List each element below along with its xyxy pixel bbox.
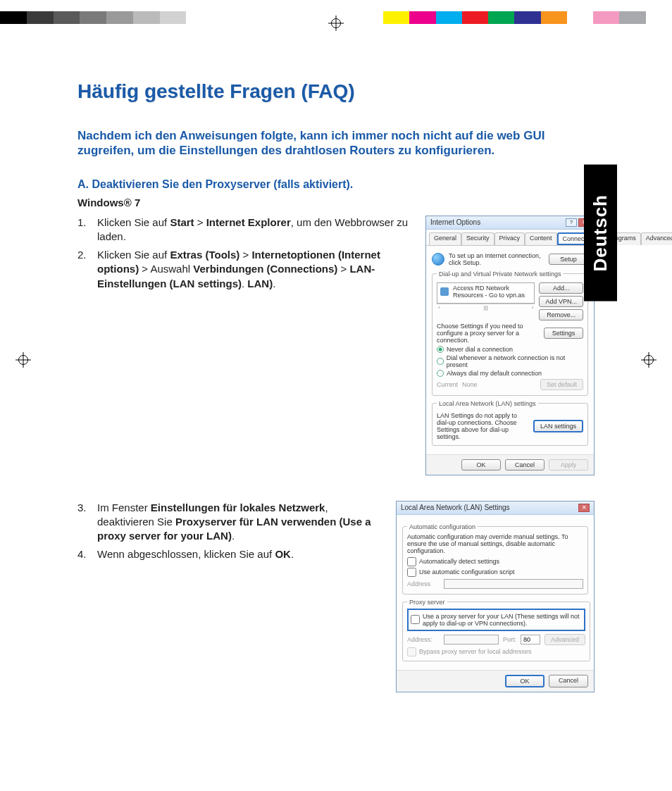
choose-settings-text: Choose Settings if you need to configure…: [437, 323, 540, 344]
script-address-label: Address: [407, 580, 440, 587]
calib-swatch: [186, 11, 213, 24]
steps-list-upper: 1.Klicken Sie auf Start > Internet Explo…: [77, 216, 417, 291]
connection-listbox[interactable]: Access RD Network Resources - Go to vpn.…: [437, 282, 535, 304]
calib-swatch: [106, 11, 133, 24]
calib-swatch: [80, 11, 106, 24]
step-item: 2.Klicken Sie auf Extras (Tools) > Inter…: [77, 248, 417, 291]
ok-button[interactable]: OK: [505, 675, 545, 687]
language-tab: Deutsch: [584, 165, 617, 301]
calib-swatch: [646, 11, 672, 24]
tab-advanced[interactable]: Advanced: [641, 232, 672, 245]
calib-swatch: [514, 11, 540, 24]
settings-button[interactable]: Settings: [544, 328, 583, 339]
os-label: Windows® 7: [77, 197, 595, 208]
proxy-address-input: [444, 635, 499, 644]
radio-never-dial[interactable]: Never dial a connection: [437, 346, 583, 353]
tab-content[interactable]: Content: [525, 232, 557, 245]
cancel-button[interactable]: Cancel: [549, 675, 588, 687]
calib-swatch: [541, 11, 567, 24]
step-number: 3.: [77, 501, 97, 544]
calib-swatch: [619, 11, 645, 24]
calib-swatch: [567, 11, 593, 24]
lower-row: 3.Im Fenster Einstellungen für lokales N…: [77, 501, 595, 692]
section-a-heading: A. Deaktivieren Sie den Proxyserver (fal…: [77, 178, 595, 191]
auto-script-checkbox[interactable]: Use automatic configuration script: [407, 568, 583, 577]
calib-swatch: [213, 11, 239, 24]
proxy-address-label: Address:: [407, 636, 440, 643]
step-text: Klicken Sie auf Extras (Tools) > Interne…: [97, 248, 417, 291]
tab-privacy[interactable]: Privacy: [494, 232, 525, 245]
calib-swatch: [383, 11, 409, 24]
script-address-input: [444, 579, 583, 589]
step-text: Klicken Sie auf Start > Internet Explore…: [97, 216, 417, 244]
add-vpn-button[interactable]: Add VPN...: [539, 296, 583, 307]
radio-always-dial[interactable]: Always dial my default connection: [437, 370, 583, 377]
lan-settings-dialog: Local Area Network (LAN) Settings ✕ Auto…: [396, 501, 595, 692]
calib-swatch: [0, 11, 27, 24]
calib-swatch: [133, 11, 160, 24]
step-number: 4.: [77, 547, 97, 561]
step-text: Im Fenster Einstellungen für lokales Net…: [97, 501, 387, 544]
calib-swatch: [436, 11, 462, 24]
calib-swatch: [160, 11, 187, 24]
cancel-button[interactable]: Cancel: [505, 459, 545, 471]
calib-swatch: [462, 11, 488, 24]
step-item: 1.Klicken Sie auf Start > Internet Explo…: [77, 216, 417, 244]
dialup-legend: Dial-up and Virtual Private Network sett…: [437, 270, 563, 278]
tab-general[interactable]: General: [429, 232, 461, 245]
calib-swatch: [409, 11, 435, 24]
page-content: Deutsch Häufig gestellte Fragen (FAQ) Na…: [0, 24, 672, 791]
setup-button[interactable]: Setup: [549, 254, 588, 265]
tab-security[interactable]: Security: [461, 232, 494, 245]
auto-config-text: Automatic configuration may override man…: [407, 533, 583, 554]
calib-swatch: [488, 11, 514, 24]
bypass-local-checkbox: Bypass proxy server for local addresses: [407, 647, 585, 656]
auto-config-legend: Automatic configuration: [407, 523, 478, 530]
close-icon[interactable]: ✕: [578, 504, 590, 512]
faq-question: Nachdem ich den Anweisungen folgte, kann…: [77, 128, 595, 158]
help-button[interactable]: ?: [566, 218, 577, 227]
step-item: 4.Wenn abgeschlossen, klicken Sie auf OK…: [77, 547, 387, 561]
internet-options-dialog: Internet Options ? ✕ GeneralSecurityPriv…: [425, 216, 595, 475]
proxy-port-label: Port:: [503, 636, 516, 643]
page-title: Häufig gestellte Fragen (FAQ): [77, 80, 595, 103]
list-item: Access RD Network Resources - Go to vpn.…: [453, 285, 531, 299]
current-label: Current: [437, 381, 458, 388]
calib-swatch: [54, 11, 80, 24]
ok-button[interactable]: OK: [461, 459, 501, 471]
step-text: Wenn abgeschlossen, klicken Sie auf OK.: [97, 547, 387, 561]
add-button[interactable]: Add...: [539, 282, 583, 294]
lan-text: LAN Settings do not apply to dial-up con…: [437, 412, 529, 440]
steps-list-lower: 3.Im Fenster Einstellungen für lokales N…: [77, 501, 387, 562]
auto-detect-checkbox[interactable]: Automatically detect settings: [407, 557, 583, 566]
step-number: 2.: [77, 248, 97, 291]
current-value: None: [462, 381, 536, 388]
lan-settings-button[interactable]: LAN settings: [533, 420, 583, 432]
use-proxy-checkbox[interactable]: Use a proxy server for your LAN (These s…: [411, 613, 582, 627]
remove-button[interactable]: Remove...: [539, 309, 583, 320]
upper-row: 1.Klicken Sie auf Start > Internet Explo…: [77, 216, 595, 475]
radio-dial-when-absent[interactable]: Dial whenever a network connection is no…: [437, 354, 583, 368]
dialog-title: Local Area Network (LAN) Settings: [401, 504, 510, 511]
globe-icon: [432, 253, 444, 266]
proxy-legend: Proxy server: [407, 599, 447, 606]
step-item: 3.Im Fenster Einstellungen für lokales N…: [77, 501, 387, 544]
calib-swatch: [27, 11, 54, 24]
apply-button: Apply: [549, 459, 588, 471]
calib-swatch: [593, 11, 619, 24]
setup-text: To set up an Internet connection, click …: [449, 252, 545, 266]
step-number: 1.: [77, 216, 97, 244]
set-default-button: Set default: [540, 379, 583, 390]
proxy-port-input: [521, 635, 540, 644]
network-icon: [440, 287, 449, 296]
tab-bar: GeneralSecurityPrivacyContentConnections…: [426, 230, 594, 246]
dialog-title: Internet Options: [430, 218, 480, 226]
lan-legend: Local Area Network (LAN) settings: [437, 400, 538, 407]
advanced-button: Advanced: [545, 634, 585, 645]
